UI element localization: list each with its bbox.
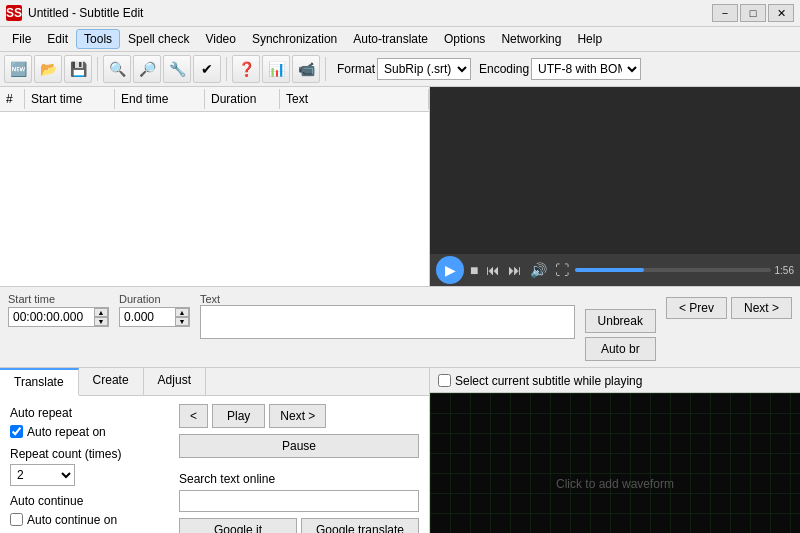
menu-bar: File Edit Tools Spell check Video Synchr…	[0, 27, 800, 52]
video-mute-button[interactable]: 🔊	[528, 260, 549, 280]
waveform-panel: Select current subtitle while playing Cl…	[430, 368, 800, 533]
auto-continue-on-label: Auto continue on	[27, 511, 117, 527]
start-time-group: Start time ▲ ▼	[8, 293, 109, 327]
video-play-button[interactable]: ▶	[436, 256, 464, 284]
auto-br-button[interactable]: Auto br	[585, 337, 656, 361]
find-button[interactable]: 🔍	[103, 55, 131, 83]
open-button[interactable]: 📂	[34, 55, 62, 83]
auto-repeat-label: Auto repeat	[10, 404, 165, 420]
subtitle-text-input[interactable]	[200, 305, 575, 339]
pause-button[interactable]: Pause	[179, 434, 419, 458]
text-edit-label: Text	[200, 293, 575, 305]
search-online-label: Search text online	[179, 472, 419, 486]
close-button[interactable]: ✕	[768, 4, 794, 22]
menu-file[interactable]: File	[4, 29, 39, 49]
wave-button[interactable]: 📊	[262, 55, 290, 83]
start-time-input-wrap: ▲ ▼	[8, 307, 109, 327]
check-button[interactable]: ✔	[193, 55, 221, 83]
toolbar-separator-3	[325, 57, 326, 81]
translate-right: < Play Next > Pause Search text online G…	[179, 404, 419, 533]
waveform-canvas[interactable]: Click to add waveform	[430, 393, 800, 533]
duration-input-wrap: ▲ ▼	[119, 307, 190, 327]
tab-adjust[interactable]: Adjust	[144, 368, 206, 395]
toolbar: 🆕 📂 💾 🔍 🔎 🔧 ✔ ❓ 📊 📹 Format SubRip (.srt)…	[0, 52, 800, 87]
start-time-down[interactable]: ▼	[94, 317, 108, 326]
format-label: Format	[337, 62, 375, 76]
maximize-button[interactable]: □	[740, 4, 766, 22]
subtitle-list: # Start time End time Duration Text	[0, 87, 430, 286]
waveform-toolbar: Select current subtitle while playing	[430, 368, 800, 393]
menu-autotranslate[interactable]: Auto-translate	[345, 29, 436, 49]
menu-help[interactable]: Help	[569, 29, 610, 49]
prev-button[interactable]: < Prev	[666, 297, 727, 319]
waveform-placeholder: Click to add waveform	[556, 477, 674, 491]
play-main-button[interactable]: Play	[212, 404, 265, 428]
video-rewind-button[interactable]: ⏮	[484, 260, 502, 280]
main-content-area: # Start time End time Duration Text ▶ ■ …	[0, 87, 800, 287]
navigation-buttons: < Prev Next >	[666, 297, 792, 319]
unbreak-button[interactable]: Unbreak	[585, 309, 656, 333]
menu-video[interactable]: Video	[197, 29, 243, 49]
start-time-spinners: ▲ ▼	[94, 308, 108, 326]
minimize-button[interactable]: −	[712, 4, 738, 22]
select-subtitle-checkbox[interactable]	[438, 374, 451, 387]
menu-edit[interactable]: Edit	[39, 29, 76, 49]
window-title: Untitled - Subtitle Edit	[28, 6, 143, 20]
new-button[interactable]: 🆕	[4, 55, 32, 83]
video-time: 1:56	[775, 265, 794, 276]
video-forward-button[interactable]: ⏭	[506, 260, 524, 280]
video-fullscreen-button[interactable]: ⛶	[553, 260, 571, 280]
duration-up[interactable]: ▲	[175, 308, 189, 317]
next-button[interactable]: Next >	[731, 297, 792, 319]
google-it-button[interactable]: Google it	[179, 518, 297, 533]
tab-translate[interactable]: Translate	[0, 368, 79, 396]
help-button[interactable]: ❓	[232, 55, 260, 83]
replace-button[interactable]: 🔎	[133, 55, 161, 83]
fix-button[interactable]: 🔧	[163, 55, 191, 83]
duration-spinners: ▲ ▼	[175, 308, 189, 326]
subtitle-rows[interactable]	[0, 112, 429, 285]
menu-tools[interactable]: Tools	[76, 29, 120, 49]
encoding-select[interactable]: UTF-8 with BOM	[531, 58, 641, 80]
auto-repeat-on-wrap: Auto repeat on	[10, 423, 165, 439]
next-play-button[interactable]: Next >	[269, 404, 326, 428]
playback-buttons: < Play Next >	[179, 404, 419, 428]
duration-down[interactable]: ▼	[175, 317, 189, 326]
video-stop-button[interactable]: ■	[468, 260, 480, 280]
search-group: Search text online Google it Google tran…	[179, 472, 419, 533]
auto-continue-label: Auto continue	[10, 492, 165, 508]
auto-repeat-checkbox[interactable]	[10, 425, 23, 438]
prev-play-button[interactable]: <	[179, 404, 208, 428]
select-subtitle-wrap: Select current subtitle while playing	[438, 372, 642, 388]
col-start: Start time	[25, 89, 115, 109]
repeat-count-select[interactable]: 2	[10, 464, 75, 486]
search-text-input[interactable]	[179, 490, 419, 512]
save-button[interactable]: 💾	[64, 55, 92, 83]
video-panel: ▶ ■ ⏮ ⏭ 🔊 ⛶ 1:56	[430, 87, 800, 286]
tab-create[interactable]: Create	[79, 368, 144, 395]
duration-input[interactable]	[120, 308, 175, 326]
menu-synchronization[interactable]: Synchronization	[244, 29, 345, 49]
translate-panel: Translate Create Adjust Auto repeat Auto…	[0, 368, 430, 533]
col-text: Text	[280, 89, 429, 109]
menu-networking[interactable]: Networking	[493, 29, 569, 49]
translate-left: Auto repeat Auto repeat on Repeat count …	[10, 404, 165, 533]
video-progress-bar[interactable]	[575, 268, 770, 272]
title-bar: SS Untitled - Subtitle Edit − □ ✕	[0, 0, 800, 27]
video-button[interactable]: 📹	[292, 55, 320, 83]
auto-continue-checkbox[interactable]	[10, 513, 23, 526]
subtitle-list-header: # Start time End time Duration Text	[0, 87, 429, 112]
tab-content-translate: Auto repeat Auto repeat on Repeat count …	[0, 396, 429, 533]
format-select[interactable]: SubRip (.srt)	[377, 58, 471, 80]
start-time-input[interactable]	[9, 308, 94, 326]
search-input-row	[179, 490, 419, 512]
edit-action-buttons: Unbreak Auto br	[585, 293, 656, 361]
menu-spellcheck[interactable]: Spell check	[120, 29, 197, 49]
google-translate-button[interactable]: Google translate	[301, 518, 419, 533]
duration-group: Duration ▲ ▼	[119, 293, 190, 327]
video-controls: ▶ ■ ⏮ ⏭ 🔊 ⛶ 1:56	[430, 254, 800, 286]
search-btn-row: Google it Google translate	[179, 518, 419, 533]
start-time-up[interactable]: ▲	[94, 308, 108, 317]
menu-options[interactable]: Options	[436, 29, 493, 49]
edit-row: Start time ▲ ▼ Duration ▲ ▼ Text Unbreak…	[0, 287, 800, 368]
